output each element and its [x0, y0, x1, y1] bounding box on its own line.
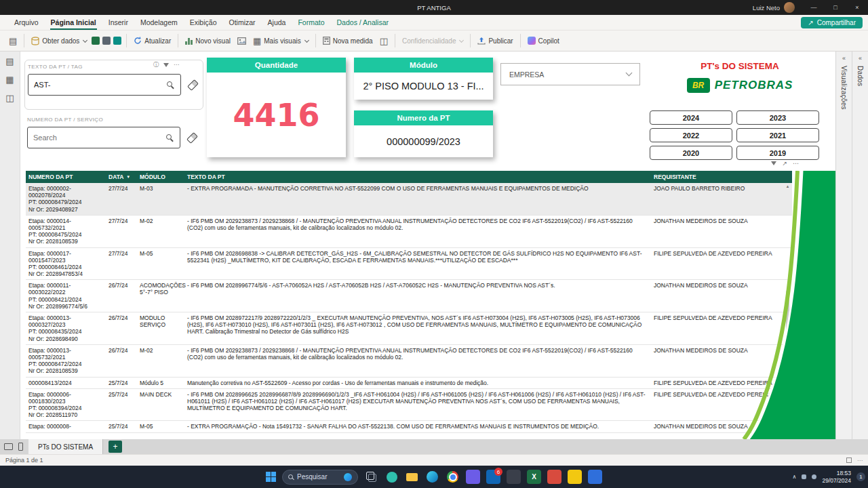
image-button[interactable] — [234, 35, 250, 47]
paste-button[interactable]: ▤ — [5, 35, 20, 47]
app-red-icon[interactable] — [547, 470, 561, 484]
network-icon[interactable] — [802, 474, 806, 479]
chat-icon[interactable] — [384, 470, 399, 484]
column-header[interactable]: TEXTO DA PT — [184, 171, 651, 183]
quick-measure-button[interactable]: ◫ — [376, 35, 391, 47]
menu-item[interactable]: Exibição — [184, 15, 223, 30]
menu-item[interactable]: Otimizar — [222, 15, 261, 30]
new-visual-button[interactable]: Novo visual — [182, 35, 234, 47]
menu-item[interactable]: Inserir — [102, 15, 134, 30]
more-visuals-button[interactable]: ▦ Mais visuais — [250, 35, 312, 47]
scroll-up-icon[interactable]: ▲ — [786, 184, 790, 188]
table-row[interactable]: Etapa: 0000011- 0003022/2022 PT: 0000084… — [26, 280, 792, 312]
expand-pane-icon[interactable]: « — [842, 55, 846, 62]
fit-to-page-icon[interactable] — [846, 458, 852, 463]
more-visuals-label: Mais visuais — [264, 37, 300, 45]
table-row[interactable]: Etapa: 0000006- 0001830/2023 PT: 0000083… — [26, 389, 792, 422]
numero-search-box[interactable] — [27, 127, 180, 148]
add-page-button[interactable]: + — [108, 441, 122, 453]
table-scrollbar[interactable]: ▲ ▼ — [785, 184, 791, 436]
year-button[interactable]: 2022 — [650, 128, 732, 142]
copilot-button[interactable]: Copilot — [524, 35, 563, 47]
pane-dados[interactable]: «Dados — [852, 52, 868, 439]
notification-badge[interactable]: 1 — [856, 472, 865, 481]
filter-funnel-icon[interactable] — [771, 161, 776, 165]
clear-selections-icon[interactable] — [187, 79, 199, 91]
page-tab[interactable]: PTs DO SISTEMA — [28, 439, 103, 454]
share-button[interactable]: ↗ Compartilhar — [801, 17, 863, 28]
maximize-button[interactable]: □ — [825, 0, 846, 15]
app-purple-icon[interactable] — [466, 470, 480, 484]
menu-item[interactable]: Página Inicial — [45, 15, 102, 30]
menu-item[interactable]: Arquivo — [8, 15, 45, 30]
table-row[interactable]: Etapa: 0000013- 0005732/2021 PT: 0000084… — [26, 345, 792, 378]
more-options-icon[interactable]: ⋯ — [793, 160, 799, 167]
year-button[interactable]: 2023 — [736, 110, 819, 125]
taskbar-search[interactable]: Pesquisar — [282, 470, 358, 485]
volume-icon[interactable] — [812, 474, 816, 479]
bar-chart-icon — [185, 37, 193, 45]
texto-search-input[interactable] — [34, 81, 156, 89]
file-explorer-icon[interactable] — [405, 470, 419, 484]
mobile-view-icon[interactable] — [18, 443, 23, 451]
pane-visualizações[interactable]: «Visualizações — [835, 52, 852, 439]
excel-icon[interactable]: X — [527, 470, 541, 484]
petrobras-br-logo: BR — [687, 78, 710, 93]
column-header[interactable]: MÓDULO — [137, 171, 184, 183]
app-dark-icon[interactable] — [507, 470, 521, 484]
table-row[interactable]: 000008413/202425/7/24Módulo 5Manutenção … — [26, 378, 792, 389]
scrollbar-thumb[interactable] — [786, 290, 789, 331]
clear-selections-icon[interactable] — [186, 132, 198, 144]
refresh-button[interactable]: Atualizar — [130, 35, 174, 47]
expand-pane-icon[interactable]: « — [859, 55, 862, 62]
minimize-button[interactable]: — — [803, 0, 825, 15]
dataverse-datasource-icon[interactable] — [113, 37, 121, 45]
edge-icon[interactable] — [425, 470, 439, 484]
year-button[interactable]: 2020 — [650, 146, 732, 160]
menu-item[interactable]: Ajuda — [262, 15, 292, 30]
menu-item[interactable]: Formato — [292, 15, 330, 30]
numero-search-input[interactable] — [33, 134, 155, 142]
new-measure-button[interactable]: Nova medida — [319, 35, 376, 47]
cell-requisitante: FILIPE SEPULVEDA DE AZEVEDO PEREIRA — [651, 389, 792, 421]
excel-datasource-icon[interactable] — [92, 37, 100, 45]
mail-icon[interactable]: 6 — [486, 470, 500, 484]
table-row[interactable]: Etapa: 0000013- 0000327/2023 PT: 0000084… — [26, 312, 792, 345]
texto-search-box[interactable] — [28, 74, 181, 96]
table-view-icon[interactable]: ▦ — [5, 75, 14, 84]
column-header[interactable]: NUMERO DA PT — [26, 171, 106, 183]
get-data-button[interactable]: Obter dados — [28, 35, 90, 47]
powerbi-icon[interactable] — [568, 470, 582, 484]
avatar[interactable] — [784, 2, 795, 13]
task-view-icon[interactable] — [364, 470, 378, 484]
year-button[interactable]: 2019 — [736, 146, 819, 160]
start-button[interactable] — [266, 472, 276, 482]
app-blue-icon[interactable] — [588, 470, 602, 484]
table-row[interactable]: Etapa: 0000017- 0001547/2023 PT: 0000084… — [26, 248, 792, 281]
clock[interactable]: 18:53 29/07/2024 — [822, 470, 851, 484]
menu-item[interactable]: Dados / Analisar — [331, 15, 395, 30]
desktop-view-icon[interactable] — [4, 443, 13, 450]
model-view-icon[interactable]: ◫ — [5, 94, 14, 102]
cell-requisitante: FILIPE SEPULVEDA DE AZEVEDO PEREIRA — [651, 312, 792, 344]
chrome-icon[interactable] — [446, 470, 460, 484]
column-header[interactable]: REQUISITANTE — [651, 171, 792, 183]
card-title: Numero da PT — [354, 110, 493, 125]
account-name[interactable]: Luiz Neto — [753, 4, 780, 12]
focus-mode-icon[interactable]: ↗ — [782, 160, 787, 167]
table-row[interactable]: Etapa: 0000008-25/7/24M-05- EXTRA PROGRA… — [26, 421, 792, 432]
sql-datasource-icon[interactable] — [102, 37, 111, 45]
scroll-down-icon[interactable]: ▼ — [786, 432, 790, 436]
empresa-dropdown[interactable]: EMPRESA — [500, 63, 640, 85]
publish-button[interactable]: Publicar — [474, 35, 516, 47]
year-button[interactable]: 2024 — [650, 110, 732, 125]
zoom-options-icon[interactable]: ⋯ — [857, 458, 863, 464]
close-button[interactable]: × — [846, 0, 868, 15]
column-header[interactable]: DATA▼ — [106, 171, 137, 183]
year-button[interactable]: 2021 — [736, 128, 819, 142]
table-row[interactable]: Etapa: 0000014- 0005732/2021 PT: 0000084… — [26, 216, 792, 248]
tray-expand-icon[interactable]: ∧ — [793, 474, 797, 480]
menu-item[interactable]: Modelagem — [134, 15, 184, 30]
report-view-icon[interactable]: ▤ — [5, 57, 14, 66]
table-row[interactable]: Etapa: 0000002- 0002078/2024 PT: 0000084… — [26, 183, 792, 216]
